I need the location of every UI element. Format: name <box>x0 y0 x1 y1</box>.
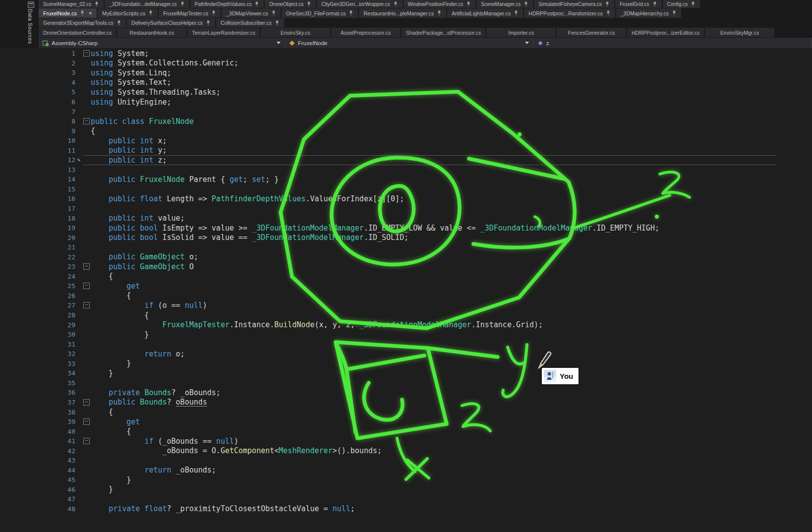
code-line[interactable]: 31 <box>0 339 812 349</box>
code-line[interactable]: 29 FruxelMapTester.Instance.BuildNode(x,… <box>0 320 812 330</box>
fold-collapse-icon[interactable]: – <box>83 418 90 425</box>
code-line[interactable]: 23– public GameObject O <box>0 262 812 272</box>
code-line[interactable]: 13 <box>0 165 812 175</box>
tab-scenemanager-cs[interactable]: SceneManager.cs <box>476 0 533 8</box>
project-dropdown[interactable]: Assembly-CSharp <box>39 38 285 48</box>
tab-close-icon[interactable]: ✕ <box>89 11 93 16</box>
code-line[interactable]: 43 <box>0 456 812 466</box>
pin-icon[interactable] <box>275 20 280 26</box>
code-line[interactable]: 34 } <box>0 368 812 378</box>
fold-collapse-icon[interactable]: – <box>83 50 90 57</box>
fold-collapse-icon[interactable]: – <box>83 118 90 124</box>
code-line[interactable]: 32 return o; <box>0 349 812 359</box>
pin-icon[interactable] <box>148 10 153 16</box>
code-line[interactable]: 41– if (_oBounds == null) <box>0 436 812 446</box>
code-line[interactable]: 26 { <box>0 291 812 301</box>
code-line[interactable]: 14 public FruxelNode Parent { get; set; … <box>0 175 812 184</box>
code-line[interactable]: 6using UnityEngine; <box>0 97 812 107</box>
tab-droneorientationcontroller-cs[interactable]: DroneOrientationController.cs <box>39 28 116 37</box>
pin-icon[interactable] <box>254 1 259 7</box>
code-line[interactable]: 2using System.Collections.Generic; <box>0 59 812 68</box>
tab-onesec3d-fileformat-cs[interactable]: OneSec3D_FileFormat.cs <box>282 8 358 18</box>
code-line[interactable]: 10 public int x; <box>0 136 812 146</box>
code-line[interactable]: 33 } <box>0 359 812 369</box>
code-line[interactable]: 19 public bool IsEmpty => value >= _3DFo… <box>0 223 812 233</box>
code-line[interactable]: 30 } <box>0 330 812 340</box>
pin-icon[interactable] <box>514 10 519 16</box>
pin-icon[interactable] <box>116 20 121 26</box>
code-line[interactable]: 45 } <box>0 475 812 485</box>
tab-terrainlayerrandomizer-cs[interactable]: TerrainLayerRandomizer.cs <box>187 28 260 37</box>
tab-windowpositionfinder-cs[interactable]: WindowPositionFinder.cs <box>404 0 476 8</box>
code-line[interactable]: 17 <box>0 204 812 214</box>
pin-icon[interactable] <box>605 1 610 7</box>
pin-icon[interactable] <box>652 1 657 7</box>
code-line[interactable]: 5using System.Threading.Tasks; <box>0 87 812 97</box>
code-line[interactable]: 46 } <box>0 485 812 495</box>
fold-collapse-icon[interactable]: – <box>83 399 90 406</box>
pin-icon[interactable] <box>523 1 528 7</box>
code-line[interactable]: 24 { <box>0 272 812 282</box>
fold-collapse-icon[interactable]: – <box>83 438 90 444</box>
tab-myeditorscripts-cs[interactable]: MyEditorScripts.cs <box>98 8 158 18</box>
pin-icon[interactable] <box>466 1 471 7</box>
code-line[interactable]: 27– if (o == null) <box>0 300 812 310</box>
code-line[interactable]: 42 _oBounds = O.GetComponent<MeshRendere… <box>0 446 812 456</box>
code-line[interactable]: 37– public Bounds? oBounds <box>0 398 812 408</box>
code-line[interactable]: 7 <box>0 107 812 117</box>
tab-fruxelnode-cs[interactable]: FruxelNode.cs✕ <box>39 8 97 18</box>
pin-icon[interactable] <box>306 1 311 7</box>
pin-icon[interactable] <box>94 1 99 7</box>
tab-3dmaphierarchy-cs[interactable]: _3DMapHierarchy.cs <box>616 8 681 18</box>
tab-fruxelmaptester-cs[interactable]: FruxelMapTester.cs <box>159 8 221 18</box>
tab-enviroskymgr-cs[interactable]: EnviroSkyMgr.cs <box>705 28 774 37</box>
tab-envirosky-cs[interactable]: EnviroSky.cs <box>261 28 330 37</box>
pin-icon[interactable] <box>211 10 216 16</box>
pin-icon[interactable] <box>206 20 211 26</box>
code-line[interactable]: 28 { <box>0 310 812 320</box>
code-line[interactable]: 15 <box>0 184 812 194</box>
code-line[interactable]: 38 { <box>0 407 812 417</box>
tab-scenemanager-02-cs[interactable]: SceneManager_02.cs <box>39 0 104 8</box>
code-line[interactable]: 18 public int value; <box>0 213 812 223</box>
code-line[interactable]: 1–using System; <box>0 49 812 59</box>
pin-icon[interactable] <box>606 10 611 16</box>
code-line[interactable]: 44 return _oBounds; <box>0 466 812 475</box>
code-line[interactable]: 8–public class FruxelNode <box>0 117 812 126</box>
pin-icon[interactable] <box>437 10 442 16</box>
pin-icon[interactable] <box>672 10 677 16</box>
pin-icon[interactable] <box>393 1 398 7</box>
code-line[interactable]: 21 <box>0 242 812 252</box>
fold-collapse-icon[interactable]: – <box>83 263 90 270</box>
tab-collisionsubscriber-cs[interactable]: CollisionSubscriber.cs <box>216 18 284 27</box>
pin-icon[interactable] <box>271 10 276 16</box>
code-line[interactable]: 12✎ public int z; <box>0 155 812 165</box>
code-line[interactable]: 4using System.Text; <box>0 78 812 88</box>
code-line[interactable]: 35 <box>0 378 812 388</box>
code-editor[interactable]: 1–using System;2using System.Collections… <box>0 49 812 532</box>
code-line[interactable]: 20 public bool IsSolid => value == _3DFo… <box>0 233 812 242</box>
tab-importer-cs[interactable]: Importer.cs <box>486 28 556 37</box>
code-line[interactable]: 39– get <box>0 417 812 427</box>
tab-fencesgenerator-cs[interactable]: FencesGenerator.cs <box>557 28 626 37</box>
tab-config-cs[interactable]: Config.cs <box>663 0 700 8</box>
fold-collapse-icon[interactable]: – <box>83 302 90 308</box>
code-line[interactable]: 3using System.Linq; <box>0 68 812 78</box>
tab-3dmapviewer-cs[interactable]: _3DMapViewer.cs <box>222 8 280 18</box>
code-line[interactable]: 16 public float Length => PathfinderDept… <box>0 194 812 204</box>
code-line[interactable]: 36 private Bounds? _oBounds; <box>0 388 812 398</box>
pin-icon[interactable] <box>180 1 185 7</box>
tab-fruxelgrid-cs[interactable]: FruxelGrid.cs <box>615 0 661 8</box>
tool-tab-data-sources[interactable]: Data Sources <box>27 9 33 44</box>
type-dropdown[interactable]: FruxelNode <box>285 38 533 48</box>
fold-collapse-icon[interactable]: – <box>83 283 90 289</box>
tab-citygen3dgen-torwrapper-cs[interactable]: CityGen3DGen...torWrapper.cs <box>317 0 402 8</box>
tab-restaurantho-plemanager-cs[interactable]: RestaurantHo...pleManager.cs <box>359 8 446 18</box>
code-line[interactable]: 47 <box>0 494 812 504</box>
tab-artificiallightsmanager-cs[interactable]: ArtificialLightsManager.cs <box>447 8 523 18</box>
code-line[interactable]: 22 public GameObject o; <box>0 252 812 262</box>
tab-hdrppostproc-randomizer-cs[interactable]: HDRPPostproc...Randomizer.cs <box>524 8 615 18</box>
tab-deliverysurfaceclasshelper-cs[interactable]: DeliverySurfaceClassHelper.cs <box>127 18 215 27</box>
tab-simulatedfisheyecamera-cs[interactable]: SimulatedFisheyeCamera.cs <box>534 0 614 8</box>
code-line[interactable]: 48 private float? _proximityToClosestObs… <box>0 504 812 514</box>
